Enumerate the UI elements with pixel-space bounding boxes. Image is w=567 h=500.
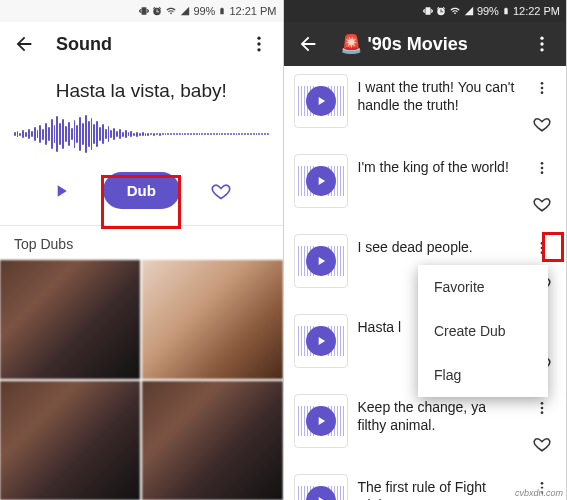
menu-item-flag[interactable]: Flag bbox=[418, 353, 548, 397]
signal-icon bbox=[464, 6, 474, 16]
dub-thumbnail[interactable] bbox=[0, 260, 140, 379]
sound-title: I'm the king of the world! bbox=[358, 154, 519, 176]
play-button[interactable] bbox=[47, 177, 75, 205]
favorite-button[interactable] bbox=[528, 430, 556, 458]
sound-title: Hasta la vista, baby! bbox=[0, 66, 283, 112]
siren-icon: 🚨 bbox=[340, 33, 362, 55]
svg-point-13 bbox=[541, 247, 544, 250]
list-item[interactable]: I'm the king of the world! bbox=[284, 146, 567, 226]
svg-point-5 bbox=[540, 48, 543, 51]
dub-thumbnail[interactable] bbox=[0, 381, 140, 500]
item-overflow-button[interactable] bbox=[528, 74, 556, 102]
app-bar: 🚨 '90s Movies bbox=[284, 22, 567, 66]
wifi-icon bbox=[449, 6, 461, 16]
item-overflow-button[interactable] bbox=[528, 234, 556, 262]
sound-title: I see dead people. bbox=[358, 234, 519, 256]
status-time: 12:21 PM bbox=[229, 5, 276, 17]
favorite-button[interactable] bbox=[207, 177, 235, 205]
play-tile[interactable] bbox=[294, 474, 348, 500]
app-bar: Sound bbox=[0, 22, 283, 66]
vibrate-icon bbox=[423, 6, 433, 16]
status-bar: 99% 12:21 PM bbox=[0, 0, 283, 22]
svg-point-11 bbox=[541, 171, 544, 174]
play-tile[interactable] bbox=[294, 314, 348, 368]
svg-point-0 bbox=[257, 37, 260, 40]
svg-point-19 bbox=[541, 407, 544, 410]
top-dubs-label: Top Dubs bbox=[0, 226, 283, 260]
page-title-text: '90s Movies bbox=[368, 34, 468, 55]
dub-thumbnail[interactable] bbox=[142, 260, 282, 379]
wifi-icon bbox=[165, 6, 177, 16]
status-bar: 99% 12:22 PM bbox=[284, 0, 567, 22]
dub-button[interactable]: Dub bbox=[103, 172, 180, 209]
signal-icon bbox=[180, 6, 190, 16]
sound-title: The first rule of Fight Club bbox=[358, 474, 519, 500]
favorite-button[interactable] bbox=[528, 110, 556, 138]
play-icon bbox=[306, 486, 336, 500]
svg-point-14 bbox=[541, 251, 544, 254]
back-button[interactable] bbox=[10, 30, 38, 58]
play-icon bbox=[306, 326, 336, 356]
svg-point-21 bbox=[541, 482, 544, 485]
battery-pct: 99% bbox=[193, 5, 215, 17]
item-overflow-button[interactable] bbox=[528, 394, 556, 422]
page-title: 🚨 '90s Movies bbox=[340, 33, 511, 55]
svg-point-4 bbox=[540, 42, 543, 45]
action-row: Dub bbox=[0, 172, 283, 225]
waveform bbox=[0, 112, 283, 156]
battery-icon bbox=[502, 5, 510, 17]
play-tile[interactable] bbox=[294, 234, 348, 288]
top-dubs-grid bbox=[0, 260, 283, 500]
battery-icon bbox=[218, 5, 226, 17]
battery-pct: 99% bbox=[477, 5, 499, 17]
watermark: cvbxdn.com bbox=[515, 488, 563, 498]
sound-title: I want the truth! You can't handle the t… bbox=[358, 74, 519, 114]
menu-item-favorite[interactable]: Favorite bbox=[418, 265, 548, 309]
alarm-icon bbox=[436, 6, 446, 16]
play-icon bbox=[306, 86, 336, 116]
screen-sound: 99% 12:21 PM Sound Hasta la vista, baby!… bbox=[0, 0, 284, 500]
play-icon bbox=[306, 246, 336, 276]
svg-point-9 bbox=[541, 162, 544, 165]
play-tile[interactable] bbox=[294, 394, 348, 448]
page-title: Sound bbox=[56, 34, 227, 55]
svg-point-20 bbox=[541, 411, 544, 414]
play-tile[interactable] bbox=[294, 154, 348, 208]
svg-point-7 bbox=[541, 87, 544, 90]
play-icon bbox=[306, 406, 336, 436]
svg-point-8 bbox=[541, 91, 544, 94]
list-item[interactable]: Keep the change, ya filthy animal. bbox=[284, 386, 567, 466]
vibrate-icon bbox=[139, 6, 149, 16]
alarm-icon bbox=[152, 6, 162, 16]
svg-point-12 bbox=[541, 242, 544, 245]
back-button[interactable] bbox=[294, 30, 322, 58]
context-menu: Favorite Create Dub Flag bbox=[418, 265, 548, 397]
svg-point-1 bbox=[257, 42, 260, 45]
menu-item-create-dub[interactable]: Create Dub bbox=[418, 309, 548, 353]
favorite-button[interactable] bbox=[528, 190, 556, 218]
svg-point-2 bbox=[257, 48, 260, 51]
sound-title: Keep the change, ya filthy animal. bbox=[358, 394, 519, 434]
svg-point-18 bbox=[541, 402, 544, 405]
svg-point-6 bbox=[541, 82, 544, 85]
screen-movies: 99% 12:22 PM 🚨 '90s Movies I want the tr… bbox=[284, 0, 568, 500]
item-overflow-button[interactable] bbox=[528, 154, 556, 182]
list-item[interactable]: I want the truth! You can't handle the t… bbox=[284, 66, 567, 146]
status-time: 12:22 PM bbox=[513, 5, 560, 17]
svg-point-10 bbox=[541, 167, 544, 170]
svg-point-3 bbox=[540, 37, 543, 40]
overflow-menu-button[interactable] bbox=[245, 30, 273, 58]
dub-thumbnail[interactable] bbox=[142, 381, 282, 500]
play-tile[interactable] bbox=[294, 74, 348, 128]
play-icon bbox=[306, 166, 336, 196]
overflow-menu-button[interactable] bbox=[528, 30, 556, 58]
